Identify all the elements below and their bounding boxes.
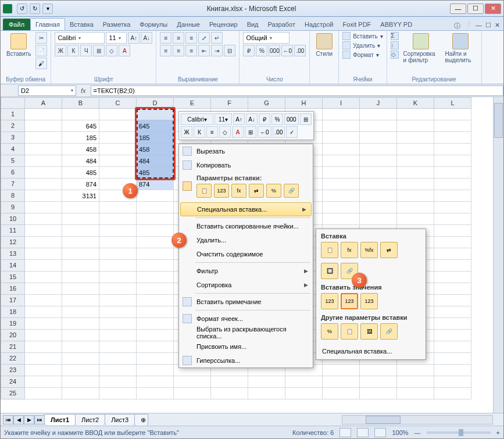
cell-L11[interactable] [434,225,471,237]
help-question-icon[interactable]: ❔ [464,22,472,30]
fx-icon[interactable]: fx [81,87,86,94]
cell-L8[interactable] [434,190,471,202]
row-header-12[interactable]: 12 [1,237,25,248]
select-all-corner[interactable] [1,97,25,109]
minimize-button[interactable]: — [450,3,466,14]
cell-D1[interactable] [137,109,174,120]
cell-I25[interactable] [323,388,360,399]
cell-D19[interactable] [137,318,174,330]
vertical-scrollbar[interactable] [493,97,503,413]
paste-formulas-icon[interactable]: fx [341,242,358,258]
increase-indent-icon[interactable]: ⇥ [211,45,223,56]
row-header-21[interactable]: 21 [1,341,25,353]
paste-keep-source-icon[interactable]: ⇄ [380,242,398,258]
paste-option-icon[interactable]: % [266,184,281,198]
cell-D22[interactable] [137,353,174,365]
paste-no-borders-icon[interactable]: 🔲 [321,263,338,279]
cell-I3[interactable] [323,132,360,144]
cell-B4[interactable]: 458 [62,144,99,155]
paste-values-source-format-icon[interactable]: 123 [360,293,378,309]
cell-L18[interactable] [434,306,471,318]
cell-J2[interactable] [360,120,397,132]
context-item[interactable]: Формат ячеек... [179,312,313,326]
zoom-in-icon[interactable]: + [496,429,500,436]
column-header-C[interactable]: C [99,97,137,109]
zoom-slider-thumb[interactable] [459,429,463,436]
row-header-1[interactable]: 1 [1,109,25,120]
cell-B23[interactable] [62,365,99,376]
cell-I8[interactable] [323,190,360,202]
percent-icon[interactable]: % [256,45,267,56]
cell-D2[interactable]: 645 [137,120,174,132]
cell-B17[interactable] [62,295,99,306]
cell-I5[interactable] [323,155,360,167]
cell-D10[interactable] [137,213,174,225]
context-item[interactable]: Выбрать из раскрывающегося списка... [179,326,313,340]
mini-borders-icon[interactable]: ⊞ [300,113,312,125]
font-size-combo[interactable]: 11▾ [106,32,127,44]
cell-L22[interactable] [434,353,471,365]
align-middle-icon[interactable]: ≡ [173,32,184,44]
horizontal-scrollbar[interactable] [342,415,493,424]
qat-undo[interactable]: ↺ [17,3,27,14]
context-item[interactable]: Вырезать [179,144,313,158]
mini-format-painter-icon[interactable]: ✓ [286,126,298,138]
cell-D25[interactable] [137,388,174,399]
cell-C12[interactable] [99,237,137,248]
context-item[interactable]: Вставить примечание [179,295,313,309]
file-tab[interactable]: Файл [3,19,30,30]
cell-I6[interactable] [323,167,360,179]
cell-D6[interactable]: 485 [137,167,174,179]
cell-G25[interactable] [248,388,285,399]
grow-font-icon[interactable]: A↑ [128,32,140,44]
cell-B2[interactable]: 645 [62,120,99,132]
row-header-23[interactable]: 23 [1,365,25,376]
paste-option-icon[interactable]: 🔗 [284,184,299,198]
cell-K6[interactable] [397,167,434,179]
context-item[interactable]: Вставить скопированные ячейки... [179,219,313,233]
row-header-8[interactable]: 8 [1,190,25,202]
cell-C4[interactable] [99,144,137,155]
cell-A12[interactable] [25,237,62,248]
cell-C14[interactable] [99,260,137,272]
sheet-nav-next[interactable]: ▶ [24,415,34,424]
cell-B5[interactable]: 484 [62,155,99,167]
tab-view[interactable]: Вид [242,19,263,30]
cell-K8[interactable] [397,190,434,202]
cell-B20[interactable] [62,330,99,341]
sheet-tab-3[interactable]: Лист3 [105,414,135,425]
cell-A25[interactable] [25,388,62,399]
column-header-B[interactable]: B [62,97,99,109]
cell-H24[interactable] [285,376,323,388]
paste-link2-icon[interactable]: 📋 [341,323,358,340]
shrink-font-icon[interactable]: A↓ [141,32,152,44]
cell-L20[interactable] [434,330,471,341]
paste-values-number-format-icon[interactable]: 123 [341,293,358,309]
view-page-break-icon[interactable] [374,428,386,437]
row-header-22[interactable]: 22 [1,353,25,365]
row-header-19[interactable]: 19 [1,318,25,330]
cell-C18[interactable] [99,306,137,318]
column-header-H[interactable]: H [285,97,323,109]
cell-K3[interactable] [397,132,434,144]
number-format-combo[interactable]: Общий▾ [243,32,289,44]
cell-C23[interactable] [99,365,137,376]
row-header-16[interactable]: 16 [1,283,25,295]
cell-A6[interactable] [25,167,62,179]
cell-B19[interactable] [62,318,99,330]
cell-G24[interactable] [248,376,285,388]
paste-all-icon[interactable]: 📋 [321,242,338,258]
name-box[interactable]: D2 ▾ [18,85,76,96]
cell-A18[interactable] [25,306,62,318]
cell-B9[interactable] [62,202,99,213]
tab-insert[interactable]: Вставка [65,19,98,30]
cell-D4[interactable]: 458 [137,144,174,155]
column-header-E[interactable]: E [174,97,211,109]
cell-A2[interactable] [25,120,62,132]
column-header-L[interactable]: L [434,97,471,109]
cell-B16[interactable] [62,283,99,295]
sheet-tab-1[interactable]: Лист1 [44,414,76,425]
cell-C3[interactable] [99,132,137,144]
zoom-value[interactable]: 100% [392,429,408,436]
hscroll-thumb[interactable] [366,416,401,424]
